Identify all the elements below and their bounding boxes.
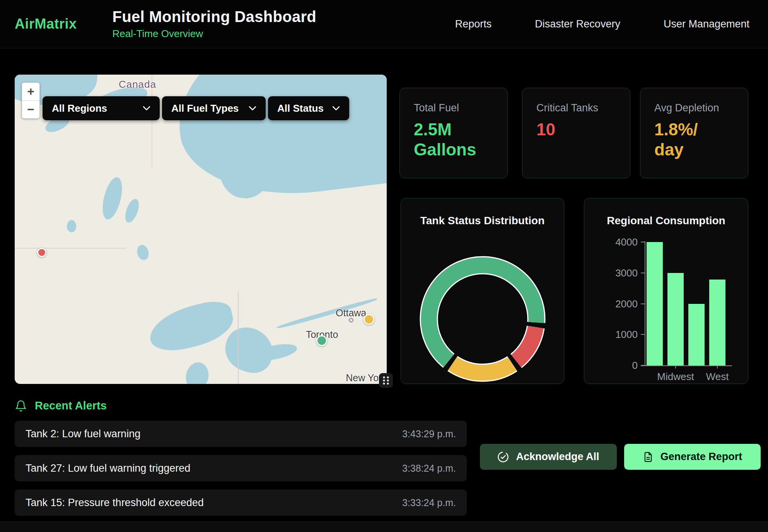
region-filter-label: All Regions [52,102,107,114]
stat-value-critical-tanks: 10 [536,119,598,140]
region-filter-select[interactable]: All Regions [43,96,160,120]
stat-card-total-fuel: Total Fuel 2.5M Gallons [399,88,508,178]
stat-label: Total Fuel [414,102,493,114]
map-panel: Canada Ottawa Toronto New York + − All R… [15,75,387,384]
y-tick [641,334,645,335]
generate-report-label: Generate Report [660,451,742,463]
y-tick-label: 3000 [603,267,638,279]
chevron-down-icon [332,106,340,111]
y-tick [641,365,645,366]
nav-disaster-recovery[interactable]: Disaster Recovery [535,18,620,30]
y-tick-label: 4000 [603,236,638,248]
x-tick-label: West [706,371,729,383]
tank-status-title: Tank Status Distribution [401,215,564,227]
stat-value-total-fuel: 2.5M Gallons [414,119,483,160]
alert-row[interactable]: Tank 27: Low fuel warning triggered 3:38… [15,455,467,481]
check-circle-icon [497,451,509,463]
y-tick [641,242,645,242]
map-water-shape [183,360,211,384]
x-axis-line [641,365,732,366]
stat-card-avg-depletion: Avg Depletion 1.8%/ day [640,88,748,178]
y-tick-label: 0 [603,360,638,372]
map-water-shape [99,175,126,221]
map-boundary-line [15,248,126,249]
y-tick-label: 1000 [603,329,638,341]
stat-label: Avg Depletion [654,102,734,114]
zoom-in-button[interactable]: + [22,83,39,101]
map-water-shape [169,75,387,207]
bar [709,280,725,365]
document-icon [643,452,654,462]
stat-value-avg-depletion: 1.8%/ day [654,119,712,160]
status-filter-label: All Status [277,102,324,114]
map-resize-handle[interactable] [379,373,393,388]
regional-consumption-card: Regional Consumption 01000200030004000Mi… [584,198,748,384]
app-header: AirMatrix Fuel Monitoring Dashboard Real… [0,0,768,48]
fuel-type-filter-select[interactable]: All Fuel Types [162,96,266,120]
dashboard-main: Canada Ottawa Toronto New York + − All R… [0,48,768,532]
alert-row[interactable]: Tank 15: Pressure threshold exceeded 3:3… [15,489,467,516]
bottom-bar [0,522,768,532]
nav-reports[interactable]: Reports [455,18,492,30]
map-filter-row: All Regions All Fuel Types All Status [43,96,349,120]
generate-report-button[interactable]: Generate Report [624,444,761,470]
map-boundary-line [238,291,239,384]
map-canvas[interactable]: Canada Ottawa Toronto New York + − All R… [15,75,387,384]
alert-time: 3:43:29 p.m. [402,428,456,440]
alert-text: Tank 27: Low fuel warning triggered [26,462,190,474]
main-nav: Reports Disaster Recovery User Managemen… [455,18,768,30]
map-water-shape [67,220,76,232]
stat-label: Critical Tanks [536,102,616,114]
nav-user-management[interactable]: User Management [664,18,749,30]
chevron-down-icon [249,106,256,111]
tank-marker-warning[interactable] [364,314,374,325]
tank-marker-critical[interactable] [37,248,46,257]
map-water-shape [145,297,238,356]
recent-alerts-label: Recent Alerts [35,399,107,412]
y-axis-line [645,241,645,366]
page-title: Fuel Monitoring Dashboard [113,8,316,26]
tank-status-card: Tank Status Distribution [401,198,564,384]
town-dot [349,318,353,322]
bell-icon [15,400,27,412]
bar [647,242,663,365]
bar [688,304,705,366]
map-water-shape [136,244,150,261]
map-zoom-control: + − [22,82,40,119]
map-water-shape [123,197,142,224]
map-label-ottawa: Ottawa [336,307,366,319]
tank-marker-operational[interactable] [316,335,327,346]
x-tick [675,365,676,368]
x-tick-label: Midwest [657,371,694,383]
bar [667,273,684,365]
acknowledge-all-button[interactable]: Acknowledge All [480,444,617,470]
page-subtitle: Real-Time Overview [113,28,316,40]
alert-time: 3:33:24 p.m. [402,497,456,508]
y-tick-label: 2000 [603,298,638,310]
drag-dots-icon [382,375,390,385]
zoom-out-button[interactable]: − [22,101,39,119]
x-tick [717,365,718,368]
alert-text: Tank 2: Low fuel warning [26,428,140,440]
y-tick [641,273,645,273]
y-tick [641,304,645,304]
alert-time: 3:38:24 p.m. [402,463,456,474]
map-label-country: Canada [119,78,156,90]
acknowledge-all-label: Acknowledge All [516,451,599,463]
status-filter-select[interactable]: All Status [268,96,349,120]
stat-card-critical-tanks: Critical Tanks 10 [522,88,630,178]
app-logo: AirMatrix [15,16,77,32]
title-block: Fuel Monitoring Dashboard Real-Time Over… [113,8,316,40]
alert-row[interactable]: Tank 2: Low fuel warning 3:43:29 p.m. [15,421,467,447]
fuel-type-filter-label: All Fuel Types [171,102,239,114]
recent-alerts-heading: Recent Alerts [15,399,107,412]
chevron-down-icon [143,106,150,111]
alert-text: Tank 15: Pressure threshold exceeded [26,497,204,509]
tank-status-donut [417,253,548,386]
tank-status-donut-svg [417,253,548,385]
regional-consumption-plot: 01000200030004000MidwestWest [584,198,748,384]
